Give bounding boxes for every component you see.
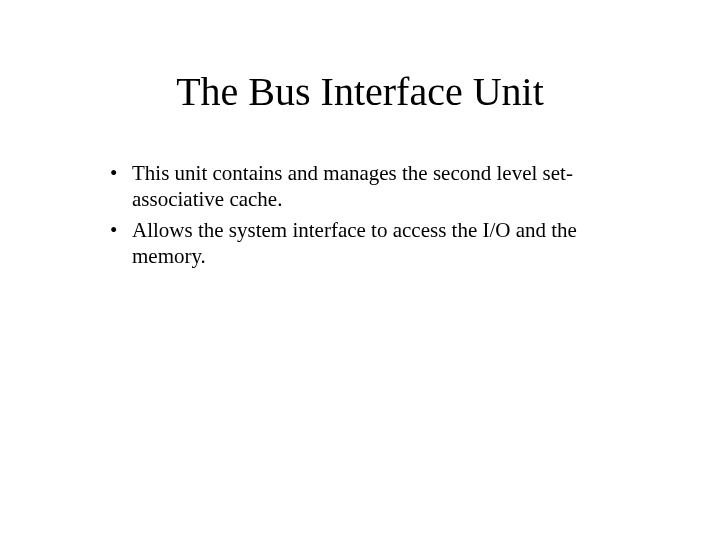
bullet-text: This unit contains and manages the secon… — [132, 161, 573, 211]
bullet-list: This unit contains and manages the secon… — [108, 160, 618, 269]
list-item: Allows the system interface to access th… — [108, 217, 618, 270]
list-item: This unit contains and manages the secon… — [108, 160, 618, 213]
slide: The Bus Interface Unit This unit contain… — [0, 0, 720, 540]
bullet-text: Allows the system interface to access th… — [132, 218, 577, 268]
slide-body: This unit contains and manages the secon… — [108, 160, 618, 273]
slide-title: The Bus Interface Unit — [0, 68, 720, 115]
